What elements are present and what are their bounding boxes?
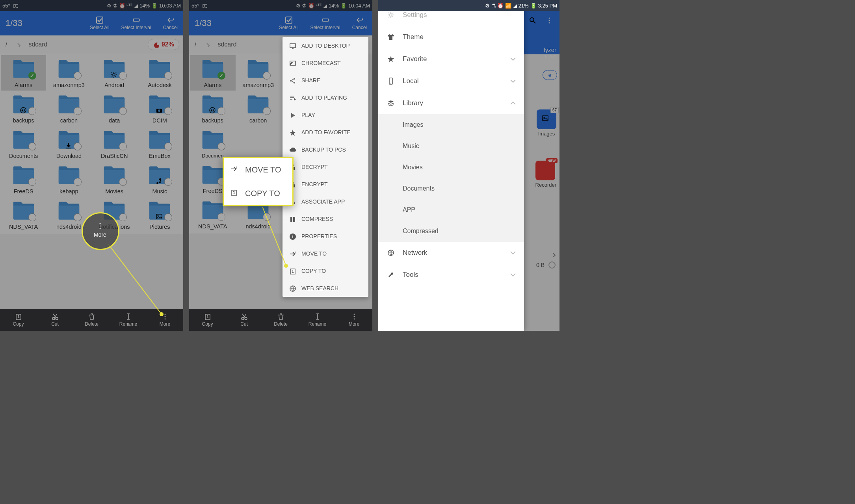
menu-copy-to[interactable]: COPY TO (283, 262, 368, 280)
stack-icon (387, 99, 395, 107)
drawer-library[interactable]: Library (378, 92, 524, 114)
phone-screen-1: 55° ⚙ ⚗ ⏰ ᴸᵀᴱ ◢ 14% 🔋 10:03 AM 1/33 Sele… (0, 0, 183, 331)
status-bar: ⚙ ⚗ ⏰ 📶 ◢21%🔋3:25 PM (378, 0, 559, 11)
folder-drasticcn[interactable]: DraSticCN (92, 126, 137, 161)
callout-move-copy: MOVE TO COPY TO (223, 157, 294, 206)
bottom-action-bar: Copy Cut Delete Rename More (189, 309, 372, 331)
chevron-right-icon (204, 42, 210, 47)
menu-compress[interactable]: COMPRESS (283, 210, 368, 228)
drawer-documents[interactable]: Documents (378, 178, 524, 199)
cut-button[interactable]: Cut (37, 309, 73, 331)
cancel-button[interactable]: Cancel (163, 16, 178, 30)
selection-header: 1/33 Select All Select Interval Cancel (189, 11, 372, 35)
menu-chromecast[interactable]: CHROMECAST (283, 54, 368, 72)
folder-nds-vata[interactable]: NDS_VATA (1, 197, 46, 232)
menu-move-to[interactable]: MOVE TO (283, 245, 368, 262)
folder-nds4droid[interactable]: nds4droid (46, 197, 91, 232)
status-bar: 55° ⚙ ⚗ ⏰ ᴸᵀᴱ ◢14%🔋10:04 AM (189, 0, 372, 11)
folder-carbon[interactable]: carbon (46, 91, 91, 126)
breadcrumb[interactable]: / sdcard 92% (0, 35, 183, 54)
folder-pictures[interactable]: Pictures (137, 197, 182, 232)
shirt-icon (387, 33, 395, 41)
disk-usage-badge[interactable]: 92% (148, 39, 179, 50)
folder-android[interactable]: Android (92, 55, 137, 91)
menu-play[interactable]: PLAY (283, 106, 368, 124)
select-interval-button[interactable]: Select Interval (310, 16, 340, 30)
folder-backups[interactable]: backups (1, 91, 46, 126)
globe-search-icon (289, 285, 296, 292)
menu-backup-pcs[interactable]: BACKUP TO PCS (283, 141, 368, 158)
menu-decrypt[interactable]: DECRYPT (283, 158, 368, 176)
folder-data[interactable]: data (92, 91, 137, 126)
folder-amazonmp3[interactable]: amazonmp3 (236, 55, 281, 91)
copy-button[interactable]: Copy (0, 309, 37, 331)
folder-documents[interactable]: Documents (1, 126, 46, 161)
folder-movies[interactable]: Movies (92, 161, 137, 197)
copy-button[interactable]: Copy (189, 309, 226, 331)
drawer-music[interactable]: Music (378, 135, 524, 157)
cut-button[interactable]: Cut (226, 309, 262, 331)
drawer-compressed[interactable]: Compressed (378, 220, 524, 242)
pie-chart-icon (153, 41, 159, 48)
gear-icon (110, 71, 119, 80)
folder-download[interactable]: Download (46, 126, 91, 161)
folder-alarms[interactable]: Alarms (1, 55, 46, 91)
drawer-movies[interactable]: Movies (378, 157, 524, 178)
menu-associate[interactable]: ASSOCIATE APP (283, 193, 368, 210)
compress-icon (289, 215, 296, 222)
more-button[interactable]: More (336, 309, 372, 331)
menu-add-desktop[interactable]: ADD TO DESKTOP (283, 37, 368, 54)
gear-icon (387, 11, 395, 19)
temp: 55° (2, 3, 10, 9)
menu-web-search[interactable]: WEB SEARCH (283, 280, 368, 297)
search-icon[interactable] (529, 17, 537, 25)
play-icon (289, 111, 296, 119)
menu-add-playing[interactable]: ADD TO PLAYING (283, 89, 368, 106)
folder-amazonmp3[interactable]: amazonmp3 (46, 55, 91, 91)
battery-pct: 14% (139, 3, 150, 9)
folder-kebapp[interactable]: kebapp (46, 161, 91, 197)
music-note-icon (155, 177, 164, 186)
drawer-tools[interactable]: Tools (378, 264, 524, 286)
select-all-button[interactable]: Select All (90, 16, 109, 30)
picture-icon (202, 3, 207, 8)
arrow-out-icon (289, 250, 296, 257)
folder-backups[interactable]: backups (190, 91, 236, 126)
folder-freeds[interactable]: FreeDS (1, 161, 46, 197)
select-all-button[interactable]: Select All (279, 16, 298, 30)
folder-emubox[interactable]: EmuBox (137, 126, 182, 161)
rename-button[interactable]: Rename (299, 309, 336, 331)
folder-dcim[interactable]: DCIM (137, 91, 182, 126)
folder-music[interactable]: Music (137, 161, 182, 197)
folder-carbon[interactable]: carbon (236, 91, 281, 126)
folder-documents[interactable]: Documen (190, 126, 236, 161)
drawer-network[interactable]: Network (378, 242, 524, 264)
drawer-local[interactable]: Local (378, 70, 524, 92)
drawer-images[interactable]: Images (378, 114, 524, 135)
folder-alarms[interactable]: Alarms (190, 55, 236, 91)
select-interval-button[interactable]: Select Interval (121, 16, 151, 30)
selection-header: 1/33 Select All Select Interval Cancel (0, 11, 183, 35)
drawer-app[interactable]: APP (378, 199, 524, 220)
chevron-down-icon (509, 271, 517, 279)
more-button[interactable]: More (147, 309, 183, 331)
menu-encrypt[interactable]: ENCRYPT (283, 176, 368, 193)
check-icon (28, 72, 36, 80)
menu-properties[interactable]: PROPERTIES (283, 228, 368, 245)
breadcrumb-sdcard[interactable]: sdcard (28, 41, 47, 48)
cancel-button[interactable]: Cancel (352, 16, 367, 30)
delete-button[interactable]: Delete (73, 309, 110, 331)
breadcrumb-root[interactable]: / (6, 41, 7, 48)
more-icon[interactable] (545, 17, 554, 25)
cloud-icon (289, 146, 296, 153)
menu-share[interactable]: SHARE (283, 72, 368, 89)
callout-copy-to[interactable]: COPY TO (224, 182, 292, 205)
callout-move-to[interactable]: MOVE TO (224, 158, 292, 182)
drawer-theme[interactable]: Theme (378, 26, 524, 48)
delete-button[interactable]: Delete (262, 309, 299, 331)
camera-icon (155, 106, 164, 115)
drawer-favorite[interactable]: Favorite (378, 48, 524, 70)
folder-autodesk[interactable]: Autodesk (137, 55, 182, 91)
menu-add-favorite[interactable]: ADD TO FAVORITE (283, 124, 368, 141)
rename-button[interactable]: Rename (110, 309, 147, 331)
